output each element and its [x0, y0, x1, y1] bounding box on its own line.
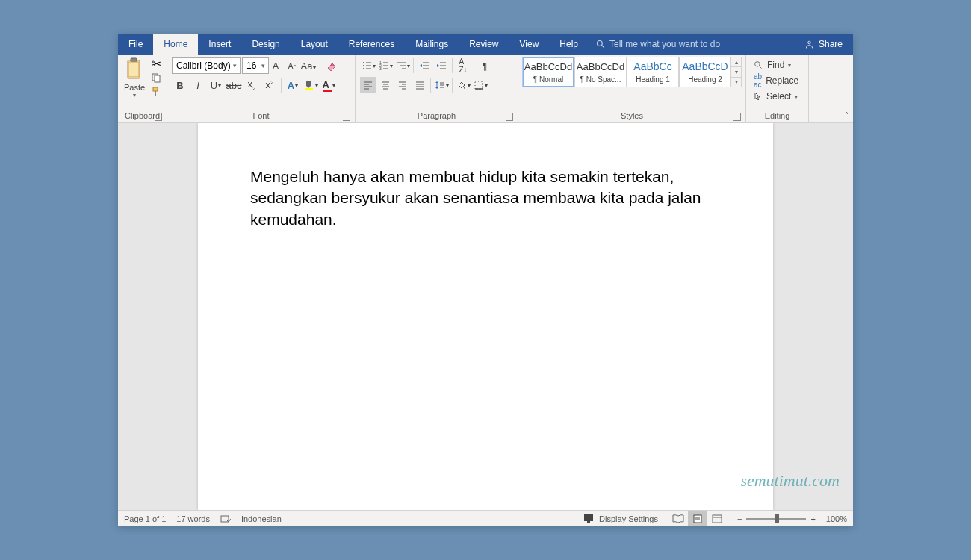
- style-heading2[interactable]: AaBbCcDHeading 2: [679, 57, 731, 87]
- svg-text:3: 3: [379, 66, 382, 71]
- status-page[interactable]: Page 1 of 1: [124, 514, 166, 523]
- multilevel-list-button[interactable]: ▾: [394, 57, 411, 74]
- web-layout-icon: [712, 514, 722, 523]
- font-size-combo[interactable]: 16▾: [242, 57, 269, 74]
- group-label-font: Font: [170, 110, 352, 122]
- display-icon: [583, 514, 595, 524]
- zoom-slider[interactable]: − +: [737, 514, 816, 523]
- strikethrough-button[interactable]: abc: [226, 77, 242, 93]
- dialog-launcher-icon[interactable]: [155, 113, 162, 121]
- numbering-button[interactable]: 123▾: [377, 57, 394, 74]
- eraser-icon: A: [326, 60, 338, 72]
- sort-button[interactable]: AZ↓: [455, 57, 471, 74]
- paste-button[interactable]: Paste ▾: [121, 56, 148, 100]
- slider-thumb[interactable]: [775, 514, 779, 523]
- italic-button[interactable]: I: [190, 77, 206, 93]
- zoom-level[interactable]: 100%: [826, 514, 847, 523]
- align-right-button[interactable]: [394, 77, 411, 93]
- bullets-button[interactable]: ▾: [360, 57, 376, 74]
- zoom-out-button[interactable]: −: [737, 514, 742, 523]
- increase-indent-button[interactable]: [433, 57, 450, 74]
- subscript-button[interactable]: x2: [243, 77, 260, 93]
- decrease-indent-button[interactable]: [416, 57, 432, 74]
- tab-mailings[interactable]: Mailings: [405, 34, 459, 55]
- print-layout-button[interactable]: [688, 511, 707, 526]
- search-icon: [596, 40, 605, 49]
- style-heading1[interactable]: AaBbCcHeading 1: [627, 57, 679, 87]
- cursor-icon: [754, 92, 763, 101]
- style-normal[interactable]: AaBbCcDd¶ Normal: [522, 57, 574, 87]
- tab-design[interactable]: Design: [241, 34, 290, 55]
- print-layout-icon: [692, 514, 703, 523]
- paintbrush-icon: [151, 87, 161, 97]
- change-case-button[interactable]: Aa▾: [300, 57, 317, 74]
- svg-point-2: [808, 41, 811, 44]
- slider-track[interactable]: [746, 518, 806, 520]
- cut-button[interactable]: ✂: [150, 57, 162, 69]
- shrink-font-button[interactable]: Aˇ: [285, 57, 299, 74]
- styles-gallery[interactable]: AaBbCcDd¶ Normal AaBbCcDd¶ No Spac... Aa…: [521, 56, 742, 88]
- align-center-button[interactable]: [377, 77, 394, 93]
- chevron-up-icon[interactable]: ▴: [731, 57, 741, 67]
- text-effects-button[interactable]: A▾: [285, 77, 301, 93]
- collapse-ribbon-button[interactable]: ˄: [845, 111, 849, 119]
- font-color-button[interactable]: A▾: [320, 77, 337, 93]
- dialog-launcher-icon[interactable]: [733, 113, 741, 121]
- justify-button[interactable]: [412, 77, 428, 93]
- scissors-icon: ✂: [152, 57, 161, 71]
- grow-font-button[interactable]: Aˆ: [270, 57, 284, 74]
- tab-view[interactable]: View: [509, 34, 550, 55]
- group-clipboard: Paste ▾ ✂ Clipboard: [118, 55, 167, 122]
- chevron-up-icon: ˄: [845, 111, 849, 119]
- line-spacing-button[interactable]: ▾: [433, 77, 450, 93]
- more-icon[interactable]: ▾: [731, 78, 741, 87]
- align-right-icon: [397, 80, 408, 90]
- document-page[interactable]: Mengeluh hanya akan membuat hidup kita s…: [198, 123, 773, 510]
- clear-formatting-button[interactable]: A: [323, 57, 340, 74]
- find-button[interactable]: Find▾: [752, 57, 800, 72]
- superscript-button[interactable]: x2: [261, 77, 278, 93]
- share-button[interactable]: Share: [794, 34, 853, 55]
- style-no-spacing[interactable]: AaBbCcDd¶ No Spac...: [574, 57, 627, 87]
- zoom-in-button[interactable]: +: [810, 514, 815, 523]
- read-mode-button[interactable]: [668, 511, 688, 526]
- tab-file[interactable]: File: [118, 34, 153, 55]
- paint-bucket-icon: [456, 80, 467, 90]
- align-left-button[interactable]: [360, 77, 376, 93]
- dialog-launcher-icon[interactable]: [506, 113, 513, 121]
- tab-references[interactable]: References: [338, 34, 405, 55]
- status-proofing[interactable]: [220, 514, 231, 524]
- tell-me-placeholder: Tell me what you want to do: [609, 39, 720, 49]
- document-text[interactable]: Mengeluh hanya akan membuat hidup kita s…: [250, 167, 721, 230]
- group-label-editing: Editing: [749, 110, 805, 122]
- chevron-down-icon[interactable]: ▾: [731, 67, 741, 77]
- tab-review[interactable]: Review: [459, 34, 509, 55]
- tell-me-search[interactable]: Tell me what you want to do: [589, 34, 728, 55]
- tab-home[interactable]: Home: [153, 34, 198, 55]
- select-button[interactable]: Select▾: [752, 89, 800, 104]
- strikethrough-icon: abc: [226, 80, 242, 91]
- copy-button[interactable]: [150, 72, 162, 84]
- svg-rect-63: [713, 515, 722, 523]
- tab-insert[interactable]: Insert: [198, 34, 241, 55]
- ribbon: Paste ▾ ✂ Clipboard Calibri (Body)▾ 16▾: [118, 55, 853, 123]
- highlight-button[interactable]: ▾: [303, 77, 319, 93]
- underline-button[interactable]: U▾: [208, 77, 224, 93]
- tab-layout[interactable]: Layout: [291, 34, 338, 55]
- display-settings-button[interactable]: Display Settings: [583, 514, 658, 524]
- bold-button[interactable]: B: [172, 77, 188, 93]
- tab-help[interactable]: Help: [549, 34, 589, 55]
- svg-text:A: A: [330, 61, 335, 68]
- borders-button[interactable]: ▾: [472, 77, 488, 93]
- status-words[interactable]: 17 words: [176, 514, 210, 523]
- web-layout-button[interactable]: [707, 511, 727, 526]
- show-marks-button[interactable]: ¶: [477, 57, 493, 74]
- shading-button[interactable]: ▾: [455, 77, 471, 93]
- dialog-launcher-icon[interactable]: [343, 113, 350, 121]
- group-editing: Find▾ abacReplace Select▾ Editing: [746, 55, 809, 122]
- styles-scroll[interactable]: ▴ ▾ ▾: [731, 57, 742, 87]
- font-name-combo[interactable]: Calibri (Body)▾: [172, 57, 241, 74]
- status-language[interactable]: Indonesian: [241, 514, 282, 523]
- replace-button[interactable]: abacReplace: [752, 73, 800, 88]
- format-painter-button[interactable]: [150, 86, 162, 98]
